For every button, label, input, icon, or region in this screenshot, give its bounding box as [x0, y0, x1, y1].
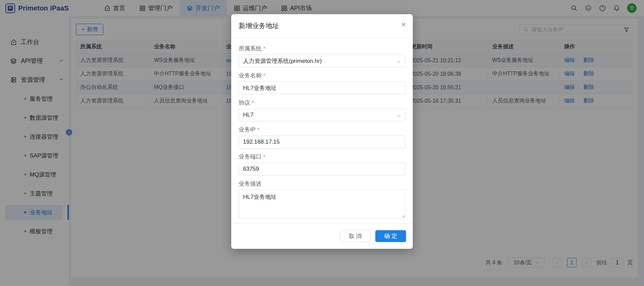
- system-select[interactable]: [239, 54, 405, 67]
- field-protocol: 协议 *: [239, 99, 405, 121]
- required-mark: *: [263, 73, 265, 79]
- field-label: 协议: [239, 99, 250, 106]
- business-port-input[interactable]: [239, 163, 405, 175]
- required-mark: *: [257, 127, 259, 133]
- field-label: 业务IP: [239, 126, 256, 134]
- business-name-input[interactable]: [239, 81, 405, 94]
- field-desc: 业务描述 HL7业务地址: [239, 180, 405, 220]
- dialog-footer: 取 消 确 定: [231, 223, 413, 249]
- field-name: 业务名称 *: [239, 72, 405, 94]
- business-desc-textarea[interactable]: HL7业务地址: [239, 190, 405, 218]
- dialog-title: 新增业务地址: [239, 21, 279, 30]
- field-label: 业务名称: [239, 72, 262, 79]
- dialog-header: 新增业务地址 ✕: [231, 14, 413, 38]
- required-mark: *: [263, 154, 265, 160]
- business-ip-input[interactable]: [239, 136, 405, 148]
- protocol-select[interactable]: [239, 109, 405, 121]
- add-business-address-dialog: 新增业务地址 ✕ 所属系统 * 业务名称 * 协议: [231, 14, 413, 249]
- required-mark: *: [252, 100, 254, 106]
- field-label: 业务描述: [239, 180, 262, 188]
- field-system: 所属系统 *: [239, 45, 405, 67]
- dialog-body: 所属系统 * 业务名称 * 协议 *: [231, 38, 413, 220]
- required-mark: *: [263, 46, 265, 52]
- cancel-button[interactable]: 取 消: [340, 230, 371, 242]
- field-port: 业务端口 *: [239, 153, 405, 175]
- confirm-button[interactable]: 确 定: [375, 230, 406, 242]
- field-ip: 业务IP *: [239, 126, 405, 148]
- close-icon[interactable]: ✕: [401, 22, 406, 28]
- field-label: 业务端口: [239, 153, 262, 161]
- field-label: 所属系统: [239, 45, 262, 52]
